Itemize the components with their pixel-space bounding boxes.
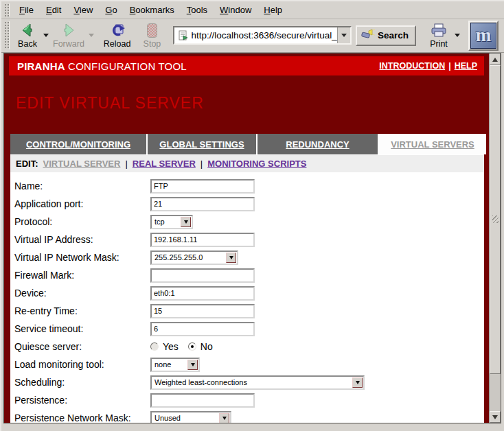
scroll-down-button[interactable] bbox=[490, 411, 501, 423]
form-row-re-entry-time: Re-entry Time: bbox=[13, 302, 484, 320]
subnav-monitoring-scripts-link[interactable]: MONITORING SCRIPTS bbox=[207, 159, 306, 169]
quiesce-server-radio-no[interactable] bbox=[188, 342, 196, 351]
app-title: PIRANHA CONFIGURATION TOOL bbox=[17, 60, 187, 72]
scrollbar-thumb[interactable] bbox=[490, 65, 501, 374]
name-input[interactable] bbox=[150, 179, 255, 194]
form-row-persistence-network-mask: Persistence Network Mask:Unused bbox=[13, 409, 484, 423]
form-row-quiesce-server: Quiesce server:YesNo bbox=[13, 338, 484, 356]
print-icon bbox=[431, 22, 447, 38]
back-dropdown-arrow[interactable] bbox=[42, 24, 50, 47]
re-entry-time-label: Re-entry Time: bbox=[13, 305, 150, 316]
print-dropdown-arrow[interactable] bbox=[453, 24, 461, 47]
virtual-ip-address-input[interactable] bbox=[150, 233, 255, 247]
tab-redundancy[interactable]: REDUNDANCY bbox=[257, 134, 378, 154]
mozilla-logo[interactable]: m bbox=[470, 23, 496, 49]
firewall-mark-input[interactable] bbox=[150, 268, 255, 283]
stop-icon bbox=[147, 22, 157, 38]
service-timeout-input[interactable] bbox=[150, 322, 255, 336]
load-monitoring-tool-label: Load monitoring tool: bbox=[13, 359, 150, 370]
quiesce-server-radio-label-no: No bbox=[201, 341, 213, 352]
service-timeout-label: Service timeout: bbox=[13, 323, 150, 334]
toolbar-grippy-handle[interactable] bbox=[4, 21, 10, 49]
firewall-mark-label: Firewall Mark: bbox=[13, 270, 150, 281]
quiesce-server-radio-label-yes: Yes bbox=[163, 341, 179, 352]
device-input[interactable] bbox=[150, 286, 255, 301]
virtual-ip-network-mask-select[interactable]: 255.255.255.0 bbox=[150, 251, 238, 265]
browser-viewport: PIRANHA CONFIGURATION TOOL INTRODUCTION … bbox=[3, 53, 501, 423]
stop-button[interactable]: Stop bbox=[137, 21, 166, 50]
content-block: CONTROL/MONITORINGGLOBAL SETTINGSREDUNDA… bbox=[10, 134, 484, 423]
url-history-dropdown[interactable] bbox=[337, 27, 350, 43]
piranha-header-bar: PIRANHA CONFIGURATION TOOL INTRODUCTION … bbox=[9, 56, 484, 75]
introduction-link[interactable]: INTRODUCTION bbox=[379, 61, 445, 71]
reload-label: Reload bbox=[104, 39, 131, 49]
dropdown-arrow-icon[interactable] bbox=[187, 360, 198, 370]
menu-view[interactable]: View bbox=[67, 3, 99, 17]
re-entry-time-input[interactable] bbox=[150, 304, 255, 318]
dropdown-arrow-icon[interactable] bbox=[352, 377, 363, 388]
scheduling-select[interactable]: Weighted least-connections bbox=[150, 375, 365, 390]
application-port-input[interactable] bbox=[150, 197, 255, 211]
menu-file[interactable]: File bbox=[13, 3, 40, 17]
page-proxy-icon[interactable] bbox=[178, 30, 188, 40]
menu-window[interactable]: Window bbox=[214, 3, 257, 17]
menu-help[interactable]: Help bbox=[257, 3, 288, 17]
subnav-virtual-server-link: VIRTUAL SERVER bbox=[43, 159, 121, 169]
tab-control-monitoring[interactable]: CONTROL/MONITORING bbox=[10, 134, 146, 154]
protocol-selected-value: tcp bbox=[154, 218, 178, 226]
dropdown-arrow-icon[interactable] bbox=[181, 217, 191, 227]
tab-global-settings[interactable]: GLOBAL SETTINGS bbox=[148, 134, 256, 154]
quiesce-server-label: Quiesce server: bbox=[13, 341, 150, 352]
back-button[interactable]: Back bbox=[13, 21, 42, 50]
dropdown-arrow-icon[interactable] bbox=[226, 253, 236, 263]
virtual-ip-network-mask-selected-value: 255.255.255.0 bbox=[154, 253, 223, 261]
menu-tools[interactable]: Tools bbox=[181, 3, 214, 17]
menubar-grippy-handle[interactable] bbox=[4, 3, 10, 16]
subnav-real-server-link[interactable]: REAL SERVER bbox=[133, 159, 196, 169]
tab-bar: CONTROL/MONITORINGGLOBAL SETTINGSREDUNDA… bbox=[10, 134, 484, 154]
menu-edit[interactable]: Edit bbox=[40, 3, 67, 17]
header-links: INTRODUCTION | HELP bbox=[379, 61, 477, 71]
persistence-network-mask-select[interactable]: Unused bbox=[150, 411, 231, 423]
forward-dropdown-arrow[interactable] bbox=[87, 24, 95, 47]
scroll-up-button[interactable] bbox=[490, 54, 501, 65]
dropdown-arrow-icon[interactable] bbox=[219, 413, 229, 423]
reload-button[interactable]: Reload bbox=[101, 21, 134, 50]
load-monitoring-tool-selected-value: none bbox=[154, 360, 185, 369]
page-title: EDIT VIRTUAL SERVER bbox=[16, 94, 484, 113]
tab-virtual-servers[interactable]: VIRTUAL SERVERS bbox=[379, 134, 486, 154]
help-link[interactable]: HELP bbox=[455, 61, 477, 71]
name-label: Name: bbox=[13, 180, 150, 191]
header-link-separator: | bbox=[448, 61, 451, 71]
persistence-network-mask-selected-value: Unused bbox=[154, 414, 216, 422]
form-row-name: Name: bbox=[13, 177, 484, 195]
menu-go[interactable]: Go bbox=[99, 3, 123, 17]
menu-bar-items: FileEditViewGoBookmarksToolsWindowHelp bbox=[13, 3, 288, 17]
back-icon bbox=[20, 22, 35, 38]
persistence-label: Persistence: bbox=[13, 395, 150, 406]
forward-label: Forward bbox=[53, 39, 84, 49]
subnav-links: VIRTUAL SERVER|REAL SERVER|MONITORING SC… bbox=[43, 159, 307, 169]
tab-label: REDUNDANCY bbox=[286, 139, 349, 150]
form-row-service-timeout: Service timeout: bbox=[13, 320, 484, 338]
load-monitoring-tool-select[interactable]: none bbox=[150, 358, 200, 372]
forward-icon bbox=[61, 22, 76, 38]
url-input[interactable] bbox=[191, 27, 337, 43]
protocol-select[interactable]: tcp bbox=[150, 215, 193, 229]
print-button[interactable]: Print bbox=[424, 21, 453, 50]
persistence-input[interactable] bbox=[150, 393, 255, 408]
form-row-virtual-ip-network-mask: Virtual IP Network Mask:255.255.255.0 bbox=[13, 248, 484, 266]
edit-subnav: EDIT: VIRTUAL SERVER|REAL SERVER|MONITOR… bbox=[10, 155, 484, 172]
reload-icon bbox=[110, 22, 125, 38]
form-row-protocol: Protocol:tcp bbox=[13, 213, 484, 231]
forward-button[interactable]: Forward bbox=[50, 21, 87, 50]
virtual-ip-address-label: Virtual IP Address: bbox=[13, 234, 150, 245]
search-button[interactable]: Search bbox=[356, 25, 416, 46]
application-port-label: Application port: bbox=[13, 198, 150, 209]
virtual-ip-network-mask-label: Virtual IP Network Mask: bbox=[13, 252, 150, 263]
scrollbar-track[interactable] bbox=[490, 65, 501, 411]
virtual-server-form: Name:Application port:Protocol:tcpVirtua… bbox=[10, 172, 484, 423]
menu-bookmarks[interactable]: Bookmarks bbox=[124, 3, 181, 17]
vertical-scrollbar bbox=[489, 54, 501, 423]
quiesce-server-radio-yes[interactable] bbox=[150, 342, 159, 351]
